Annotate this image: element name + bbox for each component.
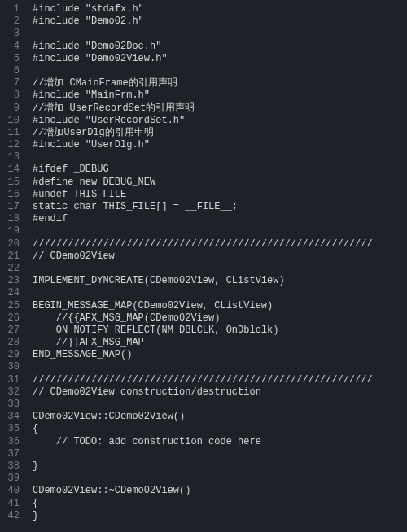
code-line[interactable]: #include "Demo02Doc.h" xyxy=(33,41,407,53)
line-number: 35 xyxy=(0,423,20,435)
line-number: 10 xyxy=(0,115,20,127)
line-number: 34 xyxy=(0,411,20,423)
code-line[interactable]: ////////////////////////////////////////… xyxy=(33,374,407,386)
line-number: 42 xyxy=(0,510,20,522)
line-number: 20 xyxy=(0,238,20,251)
code-area[interactable]: #include "stdafx.h"#include "Demo02.h" #… xyxy=(24,0,407,532)
code-line[interactable]: //}}AFX_MSG_MAP xyxy=(33,337,407,349)
code-line[interactable]: ON_NOTIFY_REFLECT(NM_DBLCLK, OnDblclk) xyxy=(33,325,407,337)
line-number: 29 xyxy=(0,349,20,361)
code-line[interactable]: //{{AFX_MSG_MAP(CDemo02View) xyxy=(33,312,407,325)
code-line[interactable]: //增加 CMainFrame的引用声明 xyxy=(33,77,407,89)
line-number: 32 xyxy=(0,386,20,399)
code-line[interactable]: BEGIN_MESSAGE_MAP(CDemo02View, CListView… xyxy=(33,300,407,312)
line-number: 39 xyxy=(0,473,20,485)
code-line[interactable] xyxy=(33,448,407,460)
code-line[interactable]: #include "UserRecordSet.h" xyxy=(33,115,407,127)
code-line[interactable]: #include "MainFrm.h" xyxy=(33,89,407,102)
code-line[interactable]: #include "UserDlg.h" xyxy=(33,139,407,151)
line-number: 40 xyxy=(0,485,20,497)
line-number: 23 xyxy=(0,275,20,287)
code-line[interactable] xyxy=(33,225,407,238)
code-line[interactable]: #endif xyxy=(33,213,407,225)
code-line[interactable]: { xyxy=(33,498,407,510)
line-number: 28 xyxy=(0,337,20,349)
code-line[interactable]: //增加 UserRecordSet的引用声明 xyxy=(33,102,407,115)
code-line[interactable]: END_MESSAGE_MAP() xyxy=(33,349,407,361)
line-number: 5 xyxy=(0,53,20,65)
code-line[interactable]: #define new DEBUG_NEW xyxy=(33,177,407,189)
line-number: 18 xyxy=(0,213,20,225)
code-line[interactable]: // CDemo02View xyxy=(33,251,407,263)
line-number: 17 xyxy=(0,201,20,213)
line-number: 33 xyxy=(0,399,20,411)
code-line[interactable] xyxy=(33,399,407,411)
line-number: 37 xyxy=(0,448,20,460)
code-line[interactable]: { xyxy=(33,423,407,435)
code-line[interactable] xyxy=(33,151,407,164)
line-number: 2 xyxy=(0,15,20,28)
code-line[interactable]: ////////////////////////////////////////… xyxy=(33,238,407,251)
line-number: 4 xyxy=(0,41,20,53)
line-number: 7 xyxy=(0,77,20,89)
line-number: 11 xyxy=(0,127,20,139)
line-number: 1 xyxy=(0,3,20,15)
code-line[interactable]: static char THIS_FILE[] = __FILE__; xyxy=(33,201,407,213)
code-line[interactable] xyxy=(33,65,407,77)
code-line[interactable]: #undef THIS_FILE xyxy=(33,189,407,201)
code-line[interactable]: #ifdef _DEBUG xyxy=(33,164,407,176)
code-line[interactable] xyxy=(33,263,407,275)
code-line[interactable] xyxy=(33,361,407,373)
code-line[interactable]: #include "Demo02.h" xyxy=(33,15,407,28)
code-line[interactable]: CDemo02View::~CDemo02View() xyxy=(33,485,407,497)
line-number: 24 xyxy=(0,287,20,299)
code-line[interactable] xyxy=(33,28,407,40)
code-line[interactable]: // TODO: add construction code here xyxy=(33,436,407,448)
line-number: 16 xyxy=(0,189,20,201)
code-line[interactable] xyxy=(33,287,407,299)
line-number: 27 xyxy=(0,325,20,337)
line-number: 25 xyxy=(0,300,20,312)
line-number: 19 xyxy=(0,225,20,238)
line-number: 21 xyxy=(0,251,20,263)
code-line[interactable] xyxy=(33,473,407,485)
line-number: 6 xyxy=(0,65,20,77)
line-number: 3 xyxy=(0,28,20,40)
code-line[interactable]: #include "stdafx.h" xyxy=(33,3,407,15)
line-number: 15 xyxy=(0,177,20,189)
code-line[interactable]: //增加UserDlg的引用申明 xyxy=(33,127,407,139)
line-number: 12 xyxy=(0,139,20,151)
line-number: 13 xyxy=(0,151,20,164)
code-line[interactable]: IMPLEMENT_DYNCREATE(CDemo02View, CListVi… xyxy=(33,275,407,287)
line-number: 8 xyxy=(0,89,20,102)
code-line[interactable]: #include "Demo02View.h" xyxy=(33,53,407,65)
line-number: 36 xyxy=(0,436,20,448)
code-line[interactable]: // CDemo02View construction/destruction xyxy=(33,386,407,399)
line-number: 14 xyxy=(0,164,20,176)
line-number: 22 xyxy=(0,263,20,275)
code-line[interactable]: CDemo02View::CDemo02View() xyxy=(33,411,407,423)
line-number: 30 xyxy=(0,361,20,373)
code-line[interactable]: } xyxy=(33,510,407,522)
line-number: 41 xyxy=(0,498,20,510)
code-line[interactable]: } xyxy=(33,460,407,473)
line-number: 31 xyxy=(0,374,20,386)
line-number: 38 xyxy=(0,460,20,473)
line-number-gutter: 1234567891011121314151617181920212223242… xyxy=(0,0,24,532)
line-number: 26 xyxy=(0,312,20,325)
line-number: 9 xyxy=(0,102,20,115)
